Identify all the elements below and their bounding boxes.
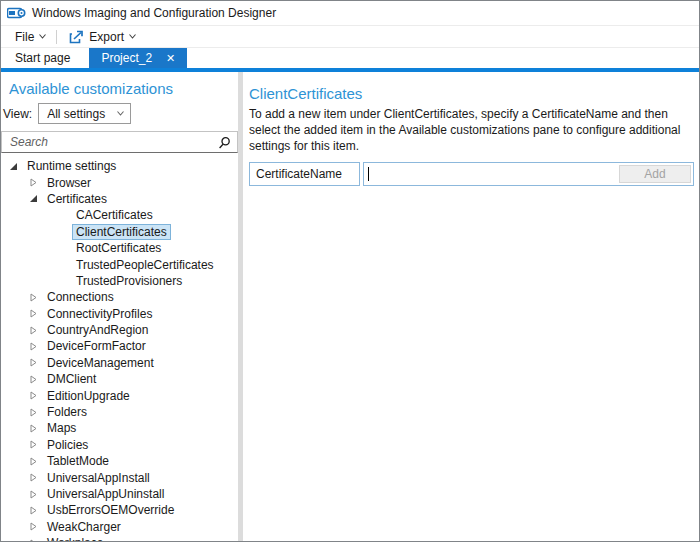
collapsed-triangle-icon[interactable] <box>29 178 38 187</box>
tree-item-label: Connections <box>43 289 118 305</box>
setting-description: To add a new item under ClientCertificat… <box>249 106 694 154</box>
window-title: Windows Imaging and Configuration Design… <box>32 6 276 20</box>
collapsed-triangle-icon[interactable] <box>29 375 38 384</box>
tree-item-countryandregion[interactable]: CountryAndRegion <box>1 322 238 338</box>
tree-item-folders[interactable]: Folders <box>1 404 238 420</box>
tree-item-policies[interactable]: Policies <box>1 437 238 453</box>
tree-indent-spacer <box>58 211 67 220</box>
tree-item-clientcertificates[interactable]: ClientCertificates <box>1 224 238 240</box>
tree-item-trustedprovisioners[interactable]: TrustedProvisioners <box>1 273 238 289</box>
view-dropdown[interactable]: All settings <box>38 103 131 124</box>
app-logo-icon <box>7 6 27 20</box>
collapsed-triangle-icon[interactable] <box>29 293 38 302</box>
tree-item-label: ClientCertificates <box>72 224 171 240</box>
tree-indent-spacer <box>58 227 67 236</box>
collapsed-triangle-icon[interactable] <box>29 473 38 482</box>
chevron-down-icon <box>117 111 124 116</box>
tree-indent-spacer <box>58 244 67 253</box>
tree-indent-spacer <box>58 260 67 269</box>
collapsed-triangle-icon[interactable] <box>29 506 38 515</box>
tree-item-label: TrustedProvisioners <box>72 273 186 289</box>
collapsed-triangle-icon[interactable] <box>29 457 38 466</box>
title-bar: Windows Imaging and Configuration Design… <box>1 1 699 25</box>
certificate-name-input-box: Add <box>363 162 694 186</box>
collapsed-triangle-icon[interactable] <box>29 440 38 449</box>
tree-item-label: Policies <box>43 437 92 453</box>
left-pane-title: Available customizations <box>1 72 238 97</box>
tree-item-deviceformfactor[interactable]: DeviceFormFactor <box>1 338 238 354</box>
tree-item-label: Maps <box>43 420 80 436</box>
close-tab-icon[interactable]: ✕ <box>166 53 175 64</box>
certificate-name-row: CertificateName Add <box>249 162 694 186</box>
certificate-name-input[interactable] <box>369 165 619 183</box>
add-button[interactable]: Add <box>619 165 691 183</box>
available-customizations-pane: Available customizations View: All setti… <box>1 72 238 541</box>
tree-item-label: TrustedPeopleCertificates <box>72 257 218 273</box>
tree-item-weakcharger[interactable]: WeakCharger <box>1 519 238 535</box>
setting-title: ClientCertificates <box>249 85 694 102</box>
customizations-tree: Runtime settingsBrowserCertificatesCACer… <box>1 158 238 541</box>
collapsed-triangle-icon[interactable] <box>29 408 38 417</box>
tree-item-label: CountryAndRegion <box>43 322 152 338</box>
tree-item-universalappinstall[interactable]: UniversalAppInstall <box>1 469 238 485</box>
magnifier-icon[interactable] <box>218 136 231 149</box>
tree-item-label: ConnectivityProfiles <box>43 306 156 322</box>
collapsed-triangle-icon[interactable] <box>29 342 38 351</box>
tree-item-label: RootCertificates <box>72 240 165 256</box>
tree-item-editionupgrade[interactable]: EditionUpgrade <box>1 387 238 403</box>
export-arrow-icon <box>69 30 84 44</box>
view-label: View: <box>3 107 32 121</box>
tree-item-rootcertificates[interactable]: RootCertificates <box>1 240 238 256</box>
tree-item-connections[interactable]: Connections <box>1 289 238 305</box>
tree-item-trustedpeoplecertificates[interactable]: TrustedPeopleCertificates <box>1 256 238 272</box>
view-row: View: All settings <box>3 103 238 124</box>
tree-item-maps[interactable]: Maps <box>1 420 238 436</box>
collapsed-triangle-icon[interactable] <box>29 309 38 318</box>
tab-start-page[interactable]: Start page <box>1 48 84 68</box>
settings-pane: ClientCertificates To add a new item und… <box>243 72 699 541</box>
collapsed-triangle-icon[interactable] <box>29 424 38 433</box>
collapsed-triangle-icon[interactable] <box>29 522 38 531</box>
tab-bar: Start page Project_2 ✕ <box>1 48 699 68</box>
tree-item-devicemanagement[interactable]: DeviceManagement <box>1 355 238 371</box>
tree-item-label: EditionUpgrade <box>43 388 134 404</box>
tree-item-tabletmode[interactable]: TabletMode <box>1 453 238 469</box>
tree-item-certificates[interactable]: Certificates <box>1 191 238 207</box>
tree-item-label: UniversalAppInstall <box>43 470 154 486</box>
tree-item-cacertificates[interactable]: CACertificates <box>1 207 238 223</box>
tree-item-runtime settings[interactable]: Runtime settings <box>1 158 238 174</box>
tree-item-workplace[interactable]: Workplace <box>1 535 238 541</box>
tree-item-label: DeviceFormFactor <box>43 338 150 354</box>
collapsed-triangle-icon[interactable] <box>29 358 38 367</box>
collapsed-triangle-icon[interactable] <box>29 539 38 541</box>
tree-indent-spacer <box>58 276 67 285</box>
tree-item-label: Browser <box>43 175 95 191</box>
tree-item-usberrorsoemoverride[interactable]: UsbErrorsOEMOverride <box>1 502 238 518</box>
chevron-down-icon <box>39 34 46 39</box>
tree-item-label: UniversalAppUninstall <box>43 486 168 502</box>
tree-item-label: WeakCharger <box>43 519 125 535</box>
tree-item-universalappuninstall[interactable]: UniversalAppUninstall <box>1 486 238 502</box>
tree-item-label: Folders <box>43 404 91 420</box>
collapsed-triangle-icon[interactable] <box>29 490 38 499</box>
app-window: Windows Imaging and Configuration Design… <box>0 0 700 542</box>
tree-item-dmclient[interactable]: DMClient <box>1 371 238 387</box>
file-menu[interactable]: File <box>11 30 50 44</box>
search-input[interactable] <box>10 135 218 149</box>
tree-item-browser[interactable]: Browser <box>1 174 238 190</box>
tree-item-connectivityprofiles[interactable]: ConnectivityProfiles <box>1 306 238 322</box>
menu-separator <box>56 30 57 44</box>
tab-project-2[interactable]: Project_2 ✕ <box>89 48 187 68</box>
collapsed-triangle-icon[interactable] <box>29 326 38 335</box>
expanded-triangle-icon[interactable] <box>9 162 18 171</box>
expanded-triangle-icon[interactable] <box>29 194 38 203</box>
menu-bar: File Export <box>1 25 699 48</box>
export-menu[interactable]: Export <box>65 30 140 44</box>
collapsed-triangle-icon[interactable] <box>29 391 38 400</box>
certificate-name-label: CertificateName <box>249 162 360 186</box>
tree-item-label: DeviceManagement <box>43 355 158 371</box>
tree-item-label: UsbErrorsOEMOverride <box>43 502 178 518</box>
tree-item-label: Certificates <box>43 191 111 207</box>
main-content: Available customizations View: All setti… <box>1 72 699 541</box>
tree-item-label: DMClient <box>43 371 100 387</box>
